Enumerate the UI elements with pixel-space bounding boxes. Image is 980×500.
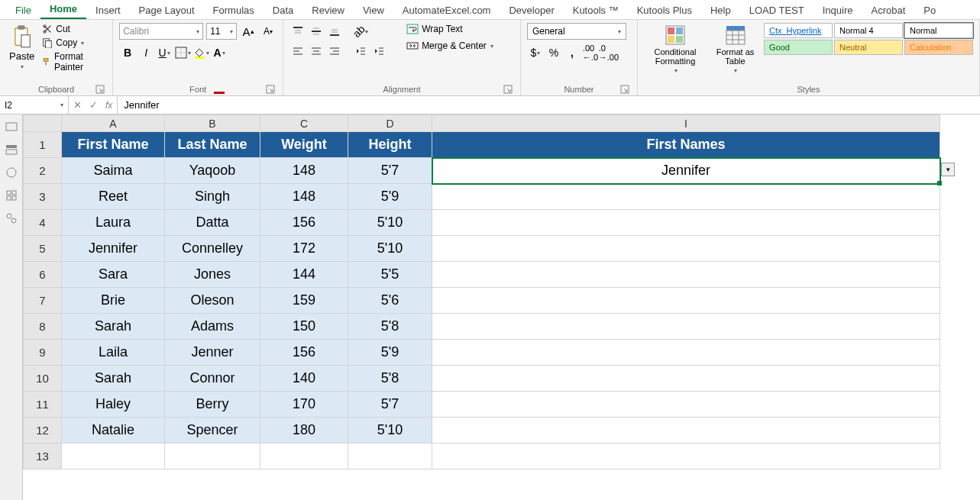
dialog-launcher-icon[interactable]: [620, 85, 629, 94]
tab-load-test[interactable]: LOAD TEST: [740, 2, 813, 19]
font-size-combo[interactable]: 11▾: [206, 23, 237, 40]
merge-center-button[interactable]: Merge & Center ▾: [406, 40, 493, 52]
tab-page-layout[interactable]: Page Layout: [130, 2, 204, 19]
cell-D7[interactable]: 5'6: [348, 288, 432, 314]
row-header-9[interactable]: 9: [24, 340, 62, 366]
copy-button[interactable]: Copy ▾: [40, 37, 106, 49]
increase-indent-button[interactable]: [370, 43, 387, 60]
cancel-icon[interactable]: ✕: [73, 99, 82, 111]
decrease-indent-button[interactable]: [352, 43, 369, 60]
row-header-6[interactable]: 6: [24, 262, 62, 288]
tab-view[interactable]: View: [354, 2, 393, 19]
tab-help[interactable]: Help: [701, 2, 740, 19]
fx-icon[interactable]: fx: [105, 100, 112, 111]
cell-D11[interactable]: 5'7: [348, 392, 432, 418]
cell-D4[interactable]: 5'10: [348, 210, 432, 236]
cell-C12[interactable]: 180: [260, 418, 348, 444]
style-neutral[interactable]: Neutral: [834, 40, 903, 55]
cell-D13[interactable]: [348, 444, 432, 469]
cell-D8[interactable]: 5'8: [348, 314, 432, 340]
row-header-10[interactable]: 10: [24, 366, 62, 392]
spreadsheet-grid[interactable]: ABCDI1First NameLast NameWeightHeightFir…: [23, 115, 940, 469]
cell-styles-gallery[interactable]: Ctx_HyperlinkNormal 4NormalGoodNeutralCa…: [764, 23, 973, 55]
cell-B11[interactable]: Berry: [165, 392, 260, 418]
tab-insert[interactable]: Insert: [86, 2, 130, 19]
tab-automateexcel-com[interactable]: AutomateExcel.com: [393, 2, 500, 19]
cell-B12[interactable]: Spencer: [165, 418, 260, 444]
cell-B2[interactable]: Yaqoob: [165, 158, 260, 184]
tab-inquire[interactable]: Inquire: [813, 2, 862, 19]
cell-C4[interactable]: 156: [260, 210, 348, 236]
cell-D6[interactable]: 5'5: [348, 262, 432, 288]
cell-C8[interactable]: 150: [260, 314, 348, 340]
autofill-options-button[interactable]: ▾: [941, 163, 955, 176]
cell-C10[interactable]: 140: [260, 366, 348, 392]
col-header-I[interactable]: I: [432, 115, 940, 132]
bold-button[interactable]: B: [119, 44, 136, 61]
tab-kutools-[interactable]: Kutools ™: [564, 2, 628, 19]
align-top-button[interactable]: [289, 23, 306, 40]
cell-I8[interactable]: [432, 314, 940, 340]
cell-I11[interactable]: [432, 392, 940, 418]
style-normal-4[interactable]: Normal 4: [834, 23, 903, 38]
cell-B3[interactable]: Singh: [165, 184, 260, 210]
cell-A2[interactable]: Saima: [62, 158, 165, 184]
cell-C13[interactable]: [260, 444, 348, 469]
cell-D12[interactable]: 5'10: [348, 418, 432, 444]
tab-formulas[interactable]: Formulas: [204, 2, 264, 19]
row-header-2[interactable]: 2: [24, 158, 62, 184]
cell-D5[interactable]: 5'10: [348, 236, 432, 262]
comma-button[interactable]: ,: [564, 44, 581, 61]
orientation-button[interactable]: ab▾: [352, 23, 369, 40]
panel-icon[interactable]: [5, 189, 18, 202]
style-normal[interactable]: Normal: [904, 23, 973, 38]
panel-icon[interactable]: [5, 212, 18, 224]
increase-font-button[interactable]: A▴: [240, 23, 257, 40]
tab-kutools-plus[interactable]: Kutools Plus: [628, 2, 701, 19]
col-header-C[interactable]: C: [260, 115, 348, 132]
row-header-4[interactable]: 4: [24, 210, 62, 236]
cell-I6[interactable]: [432, 262, 940, 288]
style-good[interactable]: Good: [764, 40, 833, 55]
number-format-combo[interactable]: General▾: [527, 23, 626, 40]
row-header-11[interactable]: 11: [24, 392, 62, 418]
font-color-button[interactable]: A▾: [211, 44, 228, 61]
cell-B8[interactable]: Adams: [165, 314, 260, 340]
cell-C9[interactable]: 156: [260, 340, 348, 366]
formula-input[interactable]: Jennifer: [118, 96, 980, 114]
panel-icon[interactable]: [5, 144, 18, 156]
tab-acrobat[interactable]: Acrobat: [862, 2, 914, 19]
cell-C7[interactable]: 159: [260, 288, 348, 314]
percent-button[interactable]: %: [545, 44, 562, 61]
cell-B10[interactable]: Connor: [165, 366, 260, 392]
row-header-13[interactable]: 13: [24, 444, 62, 469]
cell-B5[interactable]: Connelley: [165, 236, 260, 262]
row-header-3[interactable]: 3: [24, 184, 62, 210]
fill-color-button[interactable]: ▾: [192, 44, 209, 61]
cell-A10[interactable]: Sarah: [62, 366, 165, 392]
cell-I5[interactable]: [432, 236, 940, 262]
cell-A7[interactable]: Brie: [62, 288, 165, 314]
tab-review[interactable]: Review: [302, 2, 354, 19]
cell-I2[interactable]: Jennifer▾: [432, 158, 940, 184]
wrap-text-button[interactable]: Wrap Text: [406, 23, 493, 35]
font-name-combo[interactable]: Calibri▾: [119, 23, 203, 40]
cell-B1[interactable]: Last Name: [165, 132, 260, 158]
cell-B7[interactable]: Oleson: [165, 288, 260, 314]
cell-A4[interactable]: Laura: [62, 210, 165, 236]
row-header-12[interactable]: 12: [24, 418, 62, 444]
tab-home[interactable]: Home: [40, 0, 86, 19]
style-ctx_hyperlink[interactable]: Ctx_Hyperlink: [764, 23, 833, 38]
italic-button[interactable]: I: [137, 44, 154, 61]
cell-A8[interactable]: Sarah: [62, 314, 165, 340]
select-all-corner[interactable]: [24, 115, 62, 132]
cell-A13[interactable]: [62, 444, 165, 469]
align-bottom-button[interactable]: [326, 23, 343, 40]
accounting-format-button[interactable]: $▾: [527, 44, 544, 61]
cell-A1[interactable]: First Name: [62, 132, 165, 158]
conditional-formatting-button[interactable]: Conditional Formatting▾: [644, 23, 707, 76]
align-center-button[interactable]: [308, 43, 325, 60]
cell-B6[interactable]: Jones: [165, 262, 260, 288]
cell-D10[interactable]: 5'8: [348, 366, 432, 392]
tab-po[interactable]: Po: [914, 2, 945, 19]
